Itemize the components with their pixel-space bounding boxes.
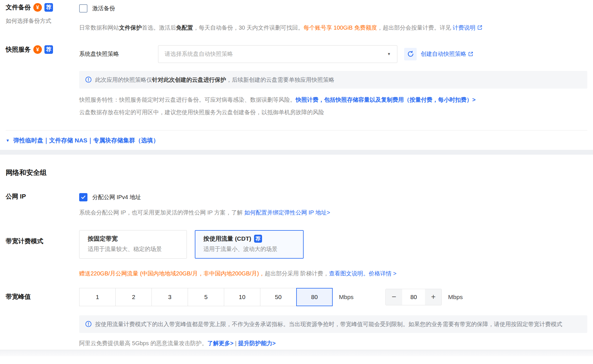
- bandwidth-peak-label: 带宽峰值: [6, 293, 31, 300]
- bandwidth-option-2[interactable]: 2: [115, 288, 152, 306]
- bandwidth-stepper: − 80 +: [385, 289, 442, 305]
- refresh-button[interactable]: [404, 48, 417, 60]
- snapshot-feature-text: 快照服务特性：快照服务能定时对云盘进行备份。可应对病毒感染、数据误删等风险。: [79, 97, 296, 103]
- recommend-badge: 荐: [254, 235, 262, 243]
- bandwidth-peak-content: 1 2 3 5 10 50 80 Mbps − 80 + Mbps 按: [79, 288, 587, 347]
- create-snapshot-policy-link[interactable]: 创建自动快照策略: [421, 50, 473, 58]
- bandwidth-peak-label-col: 带宽峰值: [6, 288, 79, 347]
- section-separator-band: [0, 150, 593, 155]
- mode-card-traffic-title: 按使用流量 (CDT) 荐: [203, 235, 295, 243]
- tiered-pricing-doc-link[interactable]: 查看图文说明。: [329, 270, 369, 277]
- checkbox-unchecked-icon: [79, 4, 87, 13]
- external-link-icon: [477, 25, 482, 30]
- backup-help-link[interactable]: 如何选择备份方式: [6, 17, 79, 25]
- public-ip-row: 公网 IP 分配公网 IPv4 地址 系统会分配公网 IP，也可采用更加灵活的弹…: [0, 192, 593, 217]
- snapshot-alert-text: 此次应用的快照策略仅针对此次创建的云盘进行保护，后续新创建的云盘需要单独应用快照…: [95, 75, 334, 84]
- info-icon: [85, 321, 92, 327]
- public-ip-label: 公网 IP: [6, 193, 26, 200]
- snapshot-title-group: 快照服务 ¥ 荐: [6, 45, 79, 54]
- billing-doc-link-text: 计费说明: [453, 24, 475, 31]
- file-backup-title: 文件备份: [6, 3, 31, 12]
- learn-more-link[interactable]: 了解更多>: [207, 340, 234, 346]
- bandwidth-peak-selector-row: 1 2 3 5 10 50 80 Mbps − 80 + Mbps: [79, 288, 587, 306]
- snapshot-policy-row: 系统盘快照策略 请选择系统盘自动快照策略 ▼ 创建自动快照策略: [79, 45, 587, 63]
- desc-text: ，超出部分会按量计费。详见: [377, 24, 453, 31]
- optional-storage-collapse[interactable]: ▼ 弹性临时盘｜文件存储 NAS｜专属块存储集群（选填）: [0, 135, 593, 146]
- stepper-value-input[interactable]: 80: [402, 289, 425, 305]
- improve-protection-link[interactable]: 提升防护能力>: [238, 340, 276, 346]
- desc-text: ，每天自动备份，30 天内文件误删可找回。: [193, 24, 304, 31]
- public-ip-desc-text: 系统会分配公网 IP，也可采用更加灵活的弹性公网 IP 方案，了解: [79, 209, 244, 216]
- mode-card-traffic-cdt[interactable]: 按使用流量 (CDT) 荐 适用于流量小、波动大的场景: [195, 230, 304, 259]
- minus-icon: −: [392, 293, 396, 301]
- mode-card-traffic-title-text: 按使用流量 (CDT): [203, 235, 251, 243]
- network-section-heading: 网络和安全组: [6, 168, 593, 177]
- assign-ipv4-checkbox[interactable]: 分配公网 IPv4 地址: [79, 192, 141, 203]
- bandwidth-option-10[interactable]: 10: [224, 288, 260, 306]
- free-quota-highlight: 每个账号享 100GiB 免费额度: [304, 24, 377, 31]
- ecs-config-page: 文件备份 ¥ 荐 如何选择备份方式 激活备份 日常数据和网站文件保护首选。激活后…: [0, 3, 593, 356]
- promo-gray-text: 超出部分采用 阶梯计费，: [265, 270, 329, 277]
- file-backup-row: 文件备份 ¥ 荐 如何选择备份方式 激活备份 日常数据和网站文件保护首选。激活后…: [0, 3, 593, 32]
- stepper-increase-button[interactable]: +: [425, 289, 441, 305]
- public-ip-description: 系统会分配公网 IP，也可采用更加灵活的弹性公网 IP 方案，了解 如何配置并绑…: [79, 208, 587, 217]
- bandwidth-options: 1 2 3 5 10 50 80: [79, 288, 333, 306]
- desc-text: 日常数据和网站: [79, 24, 119, 31]
- mode-card-fixed-title: 按固定带宽: [88, 235, 178, 243]
- promo-orange-text: 赠送220GB/月公网流量 (中国内地地域20GB/月，非中国内地200GB/月…: [79, 270, 265, 277]
- create-snapshot-policy-text: 创建自动快照策略: [421, 50, 466, 58]
- bandwidth-option-3[interactable]: 3: [152, 288, 188, 306]
- eip-doc-link[interactable]: 如何配置并绑定弹性公网 IP 地址>: [244, 209, 330, 216]
- snapshot-billing-link[interactable]: 快照计费，包括快照存储容量以及复制费用（按量付费，每小时扣费）>: [296, 97, 476, 103]
- bandwidth-option-50[interactable]: 50: [260, 288, 296, 306]
- bandwidth-peak-alert-text: 按使用流量计费模式下的出入带宽峰值都是带宽上限，不作为业务承诺指标。当出现资源争…: [95, 320, 562, 328]
- bandwidth-option-1[interactable]: 1: [79, 288, 116, 306]
- snapshot-content: 系统盘快照策略 请选择系统盘自动快照策略 ▼ 创建自动快照策略 此次应用的快照策…: [79, 45, 587, 116]
- external-link-icon: [468, 51, 473, 57]
- file-backup-label-col: 文件备份 ¥ 荐 如何选择备份方式: [6, 3, 79, 32]
- ddos-protection-line: 阿里云免费提供最高 5Gbps 的恶意流量攻击防护。了解更多> | 提升防护能力…: [79, 340, 587, 347]
- info-icon: [85, 76, 92, 83]
- snapshot-alert: 此次应用的快照策略仅针对此次创建的云盘进行保护，后续新创建的云盘需要单独应用快照…: [79, 71, 587, 89]
- bandwidth-peak-alert: 按使用流量计费模式下的出入带宽峰值都是带宽上限，不作为业务承诺指标。当出现资源争…: [79, 315, 587, 333]
- desc-text: 首选。激活后: [142, 24, 176, 31]
- mode-card-fixed-subtitle: 适用于流量较大、稳定的场景: [88, 245, 178, 253]
- bandwidth-option-5[interactable]: 5: [188, 288, 224, 306]
- section-divider: [6, 130, 587, 130]
- link-separator: |: [234, 340, 238, 346]
- price-detail-link[interactable]: 价格详情 >: [369, 270, 396, 277]
- file-backup-description: 日常数据和网站文件保护首选。激活后免配置，每天自动备份，30 天内文件误删可找回…: [79, 23, 587, 32]
- public-ip-content: 分配公网 IPv4 地址 系统会分配公网 IP，也可采用更加灵活的弹性公网 IP…: [79, 192, 587, 217]
- snapshot-zone-line: 云盘数据存放在特定的可用区中，建议您使用快照服务为云盘创建备份，以抵御单机房故障…: [79, 108, 587, 116]
- checkbox-checked-icon: [79, 193, 87, 201]
- paid-badge-icon: ¥: [33, 45, 42, 54]
- check-icon: [81, 195, 86, 200]
- snapshot-feature-line: 快照服务特性：快照服务能定时对云盘进行备份。可应对病毒感染、数据误删等风险。快照…: [79, 95, 587, 104]
- paid-badge-icon: ¥: [33, 3, 42, 12]
- mode-card-fixed-bandwidth[interactable]: 按固定带宽 适用于流量较大、稳定的场景: [79, 230, 187, 259]
- bandwidth-mode-label: 带宽计费模式: [6, 238, 43, 245]
- file-backup-title-group: 文件备份 ¥ 荐: [6, 3, 79, 12]
- traffic-promo-line: 赠送220GB/月公网流量 (中国内地地域20GB/月，非中国内地200GB/月…: [79, 269, 587, 278]
- plus-icon: +: [431, 293, 435, 301]
- activate-backup-checkbox[interactable]: 激活备份: [79, 3, 115, 13]
- assign-ipv4-label: 分配公网 IPv4 地址: [92, 193, 141, 201]
- bandwidth-mode-label-col: 带宽计费模式: [6, 230, 79, 278]
- billing-doc-link[interactable]: 计费说明: [453, 24, 482, 31]
- recommend-badge: 荐: [44, 3, 53, 12]
- snapshot-policy-select[interactable]: 请选择系统盘自动快照策略 ▼: [158, 45, 397, 63]
- bandwidth-option-80-selected[interactable]: 80: [296, 288, 333, 306]
- optional-storage-label: 弹性临时盘｜文件存储 NAS｜专属块存储集群（选填）: [13, 136, 159, 144]
- snapshot-row: 快照服务 ¥ 荐 系统盘快照策略 请选择系统盘自动快照策略 ▼ 创建自动快照策略: [0, 45, 593, 116]
- alert-text: 此次应用的快照策略仅: [95, 77, 152, 83]
- bandwidth-unit-label: Mbps: [339, 294, 353, 300]
- activate-backup-label: 激活备份: [92, 5, 115, 12]
- stepper-decrease-button[interactable]: −: [386, 289, 402, 305]
- bandwidth-peak-row: 带宽峰值 1 2 3 5 10 50 80 Mbps − 80 +: [0, 288, 593, 347]
- ddos-text: 阿里云免费提供最高 5Gbps 的恶意流量攻击防护。: [79, 340, 207, 346]
- chevron-down-icon: ▼: [387, 52, 391, 56]
- recommend-badge: 荐: [44, 45, 53, 54]
- bandwidth-mode-content: 按固定带宽 适用于流量较大、稳定的场景 按使用流量 (CDT) 荐 适用于流量小…: [79, 230, 587, 278]
- mode-card-fixed-title-text: 按固定带宽: [88, 235, 118, 243]
- snapshot-label-col: 快照服务 ¥ 荐: [6, 45, 79, 116]
